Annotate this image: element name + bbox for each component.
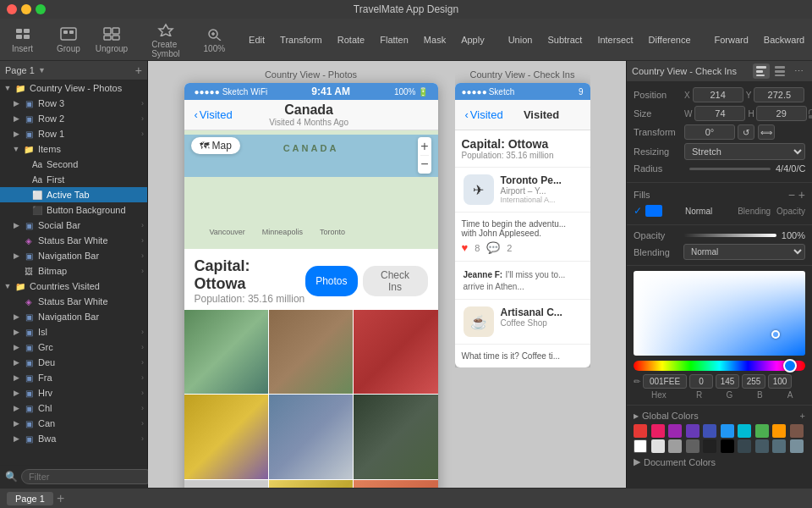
layer-bitmap[interactable]: ▶ 🖼 Bitmap › [0,263,147,279]
radius-slider[interactable] [689,168,771,170]
layer-row1[interactable]: ▶ ▣ Row 1 › [0,126,147,141]
fill-color-swatch[interactable] [645,205,662,217]
blend-select[interactable]: Normal Multiply Screen [683,244,805,260]
hex-input[interactable] [643,374,687,389]
union-button[interactable]: Union [503,32,538,47]
tab-props[interactable] [771,64,788,79]
swatch-gray[interactable] [668,439,682,453]
rotate-button[interactable]: Rotate [332,32,370,47]
apply-button[interactable]: Apply [456,32,490,47]
swatch-near-black[interactable] [703,439,716,453]
map-button[interactable]: 🗺 Map [191,137,240,154]
swatch-blue[interactable] [721,424,734,438]
layer-nav-bar2[interactable]: ▶ ▣ Navigation Bar [0,309,147,324]
layer-grc[interactable]: ▶ ▣ Grc › [0,340,147,355]
g-input[interactable] [716,374,739,389]
page-dropdown-icon[interactable]: ▼ [38,66,46,75]
heart-icon[interactable]: ♥ [462,241,469,254]
photo-cell-9[interactable] [354,480,437,488]
layer-country-view-photos[interactable]: ▼ 📁 Country View - Photos [0,80,147,96]
forward-button[interactable]: Forward [710,32,754,47]
checkin-coffee[interactable]: ☕ Artisanal C... Coffee Shop [455,300,590,345]
mask-button[interactable]: Mask [419,32,451,47]
swatch-dark-gray[interactable] [686,439,700,453]
layer-row2[interactable]: ▶ ▣ Row 2 › [0,111,147,126]
add-layer-button[interactable]: + [135,64,142,77]
edit-button[interactable]: Edit [244,32,270,47]
swatch-orange[interactable] [772,424,786,438]
swatch-cyan[interactable] [738,424,751,438]
layer-fra[interactable]: ▶ ▣ Fra › [0,370,147,385]
layer-hrv[interactable]: ▶ ▣ Hrv › [0,385,147,400]
checkin-airport[interactable]: ✈ Toronto Pe... Airport – Y... Internati… [455,168,590,213]
hue-cursor[interactable] [783,359,797,373]
backward-button[interactable]: Backward [759,32,809,47]
color-hue-slider[interactable] [634,361,805,371]
layer-status-bar-white2[interactable]: ▶ ◈ Status Bar White [0,294,147,309]
comment-icon[interactable]: 💬 [486,241,500,254]
y-input[interactable] [754,87,804,102]
layer-active-tab[interactable]: ▶ ⬜ Active Tab [0,187,147,202]
swatch-red[interactable] [634,424,647,438]
layer-social-bar[interactable]: ▶ ▣ Social Bar › [0,218,147,233]
maximize-button[interactable] [36,4,46,14]
r-input[interactable] [689,374,713,389]
b-input[interactable] [742,374,765,389]
layer-row3[interactable]: ▶ ▣ Row 3 › [0,96,147,111]
difference-button[interactable]: Difference [644,32,696,47]
fill-check-icon[interactable]: ✓ [634,205,642,217]
add-page-button[interactable]: + [57,491,64,506]
layer-can[interactable]: ▶ ▣ Can › [0,416,147,431]
page-selector[interactable]: Page 1 ▼ [5,65,46,75]
layer-status-bar-white[interactable]: ▶ ◈ Status Bar White › [0,233,147,248]
fills-minus-button[interactable]: − [788,188,795,202]
layer-items[interactable]: ▼ 📁 Items [0,141,147,157]
zoom-display[interactable]: 100% [199,23,231,56]
swatch-blue-gray-lighter[interactable] [790,439,804,453]
back-button-1[interactable]: ‹ Visited [195,108,233,121]
map-plus-icon[interactable]: + [420,140,428,153]
flip-icon-btn[interactable]: ⟺ [758,124,775,140]
width-input[interactable] [694,106,745,121]
swatch-purple[interactable] [668,424,682,438]
tab-more[interactable]: ⋯ [790,64,807,79]
photo-cell-1[interactable] [184,310,268,394]
swatch-blue-gray[interactable] [755,439,769,453]
fills-plus-button[interactable]: + [798,188,805,202]
photo-cell-7[interactable] [184,480,268,488]
swatch-brown[interactable] [790,424,804,438]
opacity-slider[interactable] [683,234,776,237]
map-minus-icon[interactable]: − [420,157,428,171]
swatch-blue-gray-dark[interactable] [738,439,751,453]
layer-bwa[interactable]: ▶ ▣ Bwa › [0,431,147,446]
photo-cell-5[interactable] [269,395,353,478]
rotate-icon-btn[interactable]: ↺ [738,124,754,140]
tab-align[interactable] [753,64,770,79]
color-gradient[interactable] [634,271,805,356]
height-input[interactable] [756,106,807,121]
transform-button[interactable]: Transform [275,32,327,47]
swatch-white[interactable] [634,439,647,453]
a-input[interactable] [768,374,792,389]
color-gradient-cursor[interactable] [771,330,780,339]
insert-button[interactable]: Insert [7,23,38,56]
swatch-black[interactable] [721,439,734,453]
layer-chl[interactable]: ▶ ▣ Chl › [0,400,147,416]
subtract-button[interactable]: Subtract [542,32,587,47]
create-symbol-button[interactable]: Create Symbol [146,19,184,61]
canvas-area[interactable]: Country View - Photos ●●●●● Sketch WiFi … [148,61,626,488]
intersect-button[interactable]: Intersect [592,32,638,47]
group-button[interactable]: Group [52,23,85,56]
ungroup-button[interactable]: Ungroup [91,23,133,56]
photos-tab-button[interactable]: Photos [305,266,357,296]
rotate-input[interactable] [684,124,735,140]
page-tab-1[interactable]: Page 1 [7,492,53,505]
checkins-tab-button[interactable]: Check Ins [363,266,428,296]
swatch-pink[interactable] [651,424,665,438]
resizing-select[interactable]: Stretch Pin to Corner Float in Place [684,143,805,160]
photo-cell-3[interactable] [354,310,437,394]
layer-button-bg[interactable]: ▶ ⬛ Button Background [0,202,147,218]
photo-cell-6[interactable] [354,395,437,478]
back-button-2[interactable]: ‹ Visited [465,108,503,121]
swatch-indigo[interactable] [703,424,716,438]
